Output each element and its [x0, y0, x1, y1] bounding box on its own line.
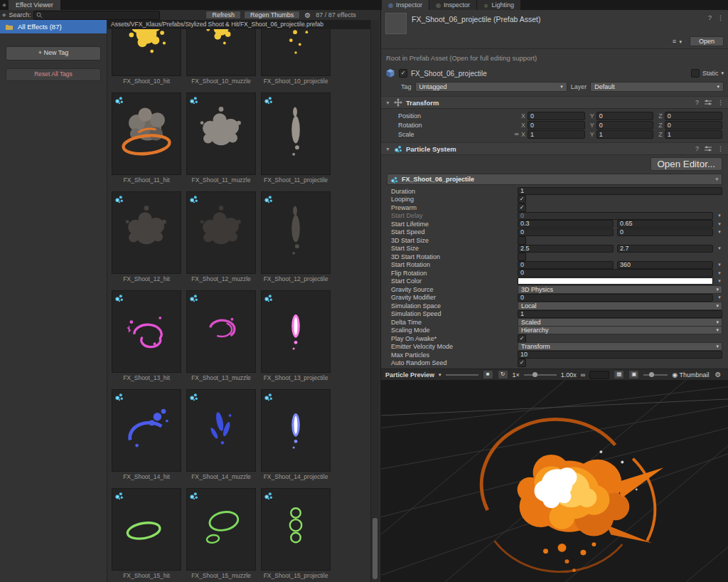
- kebab-menu-icon[interactable]: ⋮: [717, 145, 724, 152]
- position-z-field[interactable]: 0: [665, 112, 722, 120]
- value-field[interactable]: 0: [518, 261, 614, 269]
- kebab-menu-icon[interactable]: ⋮: [717, 14, 724, 21]
- chevron-down-icon[interactable]: ▾: [717, 213, 722, 218]
- effect-card[interactable]: FX_Shoot_14_hit: [112, 389, 181, 481]
- static-dropdown-icon[interactable]: ▾: [721, 70, 724, 76]
- value-field-2[interactable]: 0.65: [617, 220, 713, 228]
- position-y-field[interactable]: 0: [596, 112, 654, 120]
- checkbox[interactable]: ✓: [518, 203, 526, 212]
- stop-button[interactable]: ■: [483, 370, 493, 379]
- zoom-slider[interactable]: [643, 374, 668, 376]
- value-field[interactable]: 0: [518, 212, 713, 220]
- effect-card[interactable]: FX_Shoot_15_muzzle: [186, 488, 256, 580]
- dropdown[interactable]: Hierarchy▾: [518, 326, 722, 334]
- gear-icon[interactable]: ⚙: [304, 11, 311, 19]
- effect-card[interactable]: FX_Shoot_11_hit: [112, 92, 181, 184]
- help-icon[interactable]: ?: [708, 14, 712, 21]
- value-field[interactable]: 2.5: [518, 245, 614, 253]
- rotation-z-field[interactable]: 0: [665, 121, 722, 129]
- effect-card[interactable]: FX_Shoot_15_hit: [112, 488, 181, 580]
- checkbox[interactable]: ✓: [518, 195, 526, 203]
- grid-toggle-button[interactable]: ▦: [614, 370, 624, 379]
- asset-menu-icon[interactable]: ≡ ▾: [673, 38, 682, 45]
- transform-component-header[interactable]: ▼ Transform ? ⋮: [381, 96, 728, 109]
- effect-card[interactable]: FX_Shoot_10_hit: [112, 29, 181, 85]
- chevron-down-icon[interactable]: ▾: [717, 229, 722, 235]
- open-prefab-button[interactable]: Open: [690, 36, 724, 46]
- value-field[interactable]: 0: [518, 228, 614, 236]
- loop-infinity-icon[interactable]: ∞: [581, 371, 585, 379]
- slider-knob[interactable]: [532, 372, 537, 377]
- value-field-2[interactable]: 0: [617, 228, 713, 236]
- help-icon[interactable]: ?: [695, 145, 699, 152]
- tab-lighting[interactable]: ☼ Lighting: [477, 0, 520, 10]
- effect-card[interactable]: FX_Shoot_14_muzzle: [186, 389, 256, 481]
- refresh-button[interactable]: Refresh: [205, 11, 241, 19]
- foldout-arrow-icon[interactable]: ▼: [385, 147, 390, 152]
- regen-thumbs-button[interactable]: Regen Thumbs: [244, 11, 300, 19]
- effect-card[interactable]: FX_Shoot_12_muzzle: [186, 191, 256, 283]
- dropdown[interactable]: 3D Physics▾: [518, 285, 722, 294]
- effect-card[interactable]: FX_Shoot_13_muzzle: [186, 290, 256, 382]
- particle-preview-viewport[interactable]: [381, 380, 728, 582]
- chevron-down-icon[interactable]: ▾: [717, 278, 722, 284]
- value-field[interactable]: 0: [518, 269, 713, 277]
- rotation-x-field[interactable]: 0: [528, 121, 585, 129]
- open-editor-button[interactable]: Open Editor...: [651, 157, 723, 171]
- foldout-arrow-icon[interactable]: ▼: [385, 100, 390, 105]
- slider-knob[interactable]: [649, 372, 654, 377]
- dropdown[interactable]: Scaled▾: [518, 318, 722, 327]
- scale-x-field[interactable]: 1: [528, 130, 585, 139]
- sidebar-item-all-effects[interactable]: All Effects (87): [0, 20, 107, 33]
- effect-card[interactable]: FX_Shoot_14_projectile: [261, 389, 331, 481]
- checkbox[interactable]: ✓: [518, 334, 526, 343]
- effect-card[interactable]: FX_Shoot_11_projectile: [261, 92, 331, 184]
- value-field-2[interactable]: 2.7: [617, 245, 713, 253]
- effect-card[interactable]: FX_Shoot_13_hit: [112, 290, 181, 382]
- link-scale-icon[interactable]: ∞: [512, 131, 521, 137]
- effect-card[interactable]: FX_Shoot_10_projectile: [261, 29, 331, 85]
- gameobject-enabled-checkbox[interactable]: ✓: [399, 69, 407, 78]
- effect-card[interactable]: FX_Shoot_11_muzzle: [186, 92, 256, 184]
- kebab-menu-icon[interactable]: ⋮: [717, 99, 724, 106]
- particle-module-header[interactable]: FX_Shoot_06_projectile +: [387, 174, 722, 185]
- checkbox[interactable]: [518, 253, 526, 261]
- effect-card[interactable]: FX_Shoot_12_hit: [112, 191, 181, 283]
- new-tag-button[interactable]: + New Tag: [6, 46, 101, 60]
- effect-card[interactable]: FX_Shoot_15_projectile: [261, 488, 331, 580]
- dropdown[interactable]: Local▾: [518, 302, 722, 310]
- playback-slider[interactable]: [446, 374, 478, 376]
- thumbnail-radio[interactable]: ◉ Thumbnail: [672, 371, 709, 379]
- effect-card[interactable]: FX_Shoot_12_projectile: [261, 191, 331, 283]
- vertical-scrollbar[interactable]: [370, 20, 380, 582]
- add-module-icon[interactable]: +: [715, 176, 719, 183]
- effect-card[interactable]: FX_Shoot_10_muzzle: [186, 29, 256, 85]
- chevron-down-icon[interactable]: ▾: [717, 295, 722, 300]
- camera-button[interactable]: ▣: [628, 370, 639, 379]
- help-icon[interactable]: ?: [695, 99, 699, 106]
- layer-dropdown[interactable]: Default ▾: [590, 82, 724, 92]
- tab-inspector-1[interactable]: ◎ Inspector: [382, 0, 429, 10]
- dropdown[interactable]: Transform▾: [518, 342, 722, 351]
- value-field[interactable]: 10: [518, 351, 722, 359]
- scrollbar-thumb[interactable]: [373, 518, 378, 579]
- restart-button[interactable]: ↻: [498, 370, 508, 379]
- color-swatch[interactable]: [518, 277, 713, 285]
- value-field[interactable]: 1: [518, 187, 722, 195]
- gear-icon[interactable]: ⚙: [715, 371, 722, 379]
- static-checkbox[interactable]: [691, 69, 700, 78]
- scale-z-field[interactable]: 1: [665, 130, 722, 139]
- tab-effect-viewer[interactable]: Effect Viewer: [9, 0, 60, 10]
- value-field[interactable]: 0.3: [518, 220, 614, 228]
- scale-y-field[interactable]: 1: [596, 130, 654, 139]
- preview-label[interactable]: Particle Preview: [385, 371, 434, 379]
- value-field[interactable]: 0: [518, 294, 713, 302]
- chevron-down-icon[interactable]: ▾: [717, 262, 722, 268]
- presets-icon[interactable]: [705, 146, 712, 152]
- reset-all-tags-button[interactable]: Reset All Tags: [6, 68, 101, 81]
- speed-slider[interactable]: [524, 374, 557, 376]
- effect-card[interactable]: FX_Shoot_13_projectile: [261, 290, 331, 382]
- particle-system-component-header[interactable]: ▼ Particle System ? ⋮: [381, 142, 728, 155]
- position-x-field[interactable]: 0: [528, 112, 585, 120]
- chevron-down-icon[interactable]: ▾: [439, 372, 441, 378]
